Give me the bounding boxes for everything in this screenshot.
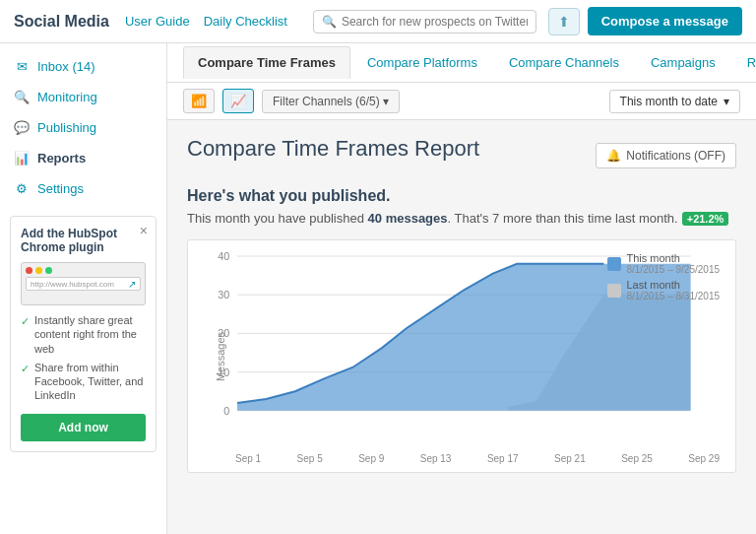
notifications-label: Notifications (OFF) [626, 149, 725, 163]
check-icon-2: ✓ [21, 362, 30, 375]
report-title: Compare Time Frames Report [187, 136, 479, 162]
svg-text:0: 0 [223, 405, 229, 417]
x-label-4: Sep 17 [487, 453, 519, 464]
svg-text:40: 40 [218, 250, 229, 262]
desc-end: . That's 7 more than this time last mont… [448, 211, 678, 226]
inbox-icon: ✉ [14, 59, 30, 74]
sidebar-item-label: Publishing [37, 120, 96, 135]
dot-yellow [35, 267, 42, 274]
tabs-bar: Compare Time Frames Compare Platforms Co… [167, 43, 756, 83]
publishing-icon: 💬 [14, 120, 30, 135]
date-range-label: This month to date [620, 95, 718, 108]
compose-message-button[interactable]: Compose a message [588, 7, 742, 35]
date-range-select[interactable]: This month to date ▾ [609, 90, 740, 113]
x-label-1: Sep 5 [297, 453, 323, 464]
legend-color-last-month [607, 284, 621, 298]
sidebar-item-inbox[interactable]: ✉ Inbox (14) [0, 51, 166, 82]
sidebar-item-label: Inbox (14) [37, 59, 95, 74]
x-label-2: Sep 9 [358, 453, 384, 464]
plugin-close-button[interactable]: × [140, 223, 148, 238]
growth-badge: +21.2% [682, 212, 729, 226]
x-label-7: Sep 29 [688, 453, 720, 464]
legend-this-month-sublabel: 8/1/2015 – 9/25/2015 [626, 264, 720, 275]
app-logo: Social Media [14, 13, 109, 31]
browser-address-bar: http://www.hubspot.com ↗ [26, 277, 141, 291]
plugin-feature-text-2: Share from within Facebook, Twitter, and… [34, 361, 146, 403]
filter-channels-button[interactable]: Filter Channels (6/5) ▾ [262, 90, 400, 113]
tab-reach[interactable]: Reach [732, 46, 756, 79]
tab-compare-platforms[interactable]: Compare Platforms [352, 46, 492, 79]
main-layout: ✉ Inbox (14) 🔍 Monitoring 💬 Publishing 📊… [0, 43, 756, 534]
browser-dots [26, 267, 141, 274]
header-actions: ⬆ Compose a message [548, 7, 742, 35]
tab-compare-channels[interactable]: Compare Channels [494, 46, 634, 79]
tab-compare-time-frames[interactable]: Compare Time Frames [183, 46, 350, 79]
plugin-feature-2: ✓ Share from within Facebook, Twitter, a… [21, 361, 146, 403]
user-guide-link[interactable]: User Guide [125, 14, 190, 29]
sidebar-item-label: Settings [37, 181, 84, 196]
search-bar[interactable]: 🔍 [313, 10, 536, 33]
sidebar-item-monitoring[interactable]: 🔍 Monitoring [0, 82, 166, 112]
browser-mock: http://www.hubspot.com ↗ [21, 262, 146, 305]
plugin-feature-text-1: Instantly share great content right from… [34, 313, 146, 356]
notifications-button[interactable]: 🔔 Notifications (OFF) [596, 143, 736, 168]
toolbar: 📶 📈 Filter Channels (6/5) ▾ This month t… [167, 83, 756, 120]
legend-color-this-month [607, 257, 621, 271]
trend-icon-button[interactable]: 📈 [222, 89, 254, 113]
x-axis-labels: Sep 1 Sep 5 Sep 9 Sep 13 Sep 17 Sep 21 S… [235, 449, 720, 464]
x-label-3: Sep 13 [420, 453, 452, 464]
x-label-0: Sep 1 [235, 453, 261, 464]
y-axis-label: Messages [215, 331, 226, 380]
header: Social Media User Guide Daily Checklist … [0, 0, 756, 43]
legend-last-month-sublabel: 8/1/2015 – 8/31/2015 [626, 291, 720, 301]
legend-last-month-label: Last month [626, 279, 720, 291]
legend-item-this-month: This month 8/1/2015 – 9/25/2015 [607, 252, 720, 275]
reports-icon: 📊 [14, 151, 30, 166]
daily-checklist-link[interactable]: Daily Checklist [204, 14, 287, 29]
search-icon: 🔍 [322, 15, 337, 29]
settings-icon: ⚙ [14, 181, 30, 196]
legend-this-month-label: This month [626, 252, 720, 264]
main-content: Compare Time Frames Compare Platforms Co… [167, 43, 756, 534]
legend-item-last-month: Last month 8/1/2015 – 8/31/2015 [607, 279, 720, 301]
dot-red [26, 267, 32, 274]
published-description: This month you have published 40 message… [187, 211, 736, 226]
messages-count: 40 messages [368, 211, 448, 226]
sidebar: ✉ Inbox (14) 🔍 Monitoring 💬 Publishing 📊… [0, 43, 167, 534]
add-now-button[interactable]: Add now [21, 414, 146, 441]
chevron-down-icon: ▾ [724, 95, 729, 108]
sidebar-item-publishing[interactable]: 💬 Publishing [0, 112, 166, 143]
report-area: Compare Time Frames Report 🔔 Notificatio… [167, 120, 756, 489]
chart-container: Messages This month 8/1/2015 – 9/25/2015 [187, 239, 736, 473]
check-icon-1: ✓ [21, 314, 30, 328]
sidebar-item-settings[interactable]: ⚙ Settings [0, 173, 166, 204]
plugin-feature-1: ✓ Instantly share great content right fr… [21, 313, 146, 356]
published-title: Here's what you published. [187, 187, 736, 205]
plugin-box: Add the HubSpot Chrome plugin × http://w… [10, 216, 157, 452]
bell-icon: 🔔 [606, 149, 621, 163]
browser-url: http://www.hubspot.com [31, 280, 114, 289]
monitoring-icon: 🔍 [14, 90, 30, 104]
sidebar-item-label: Reports [37, 151, 86, 166]
sidebar-item-reports[interactable]: 📊 Reports [0, 143, 166, 173]
chart-legend: This month 8/1/2015 – 9/25/2015 Last mon… [607, 252, 720, 305]
search-input[interactable] [342, 15, 528, 29]
bar-chart-icon-button[interactable]: 📶 [183, 89, 215, 113]
upload-button[interactable]: ⬆ [548, 8, 580, 35]
plugin-title: Add the HubSpot Chrome plugin [21, 227, 146, 254]
svg-text:30: 30 [218, 289, 229, 300]
desc-start: This month you have published [187, 211, 368, 226]
sidebar-item-label: Monitoring [37, 90, 97, 104]
tab-campaigns[interactable]: Campaigns [636, 46, 730, 79]
x-label-6: Sep 25 [621, 453, 653, 464]
dot-green [45, 267, 52, 274]
published-section: Here's what you published. This month yo… [187, 187, 736, 226]
x-label-5: Sep 21 [554, 453, 586, 464]
browser-cursor: ↗ [128, 279, 136, 290]
